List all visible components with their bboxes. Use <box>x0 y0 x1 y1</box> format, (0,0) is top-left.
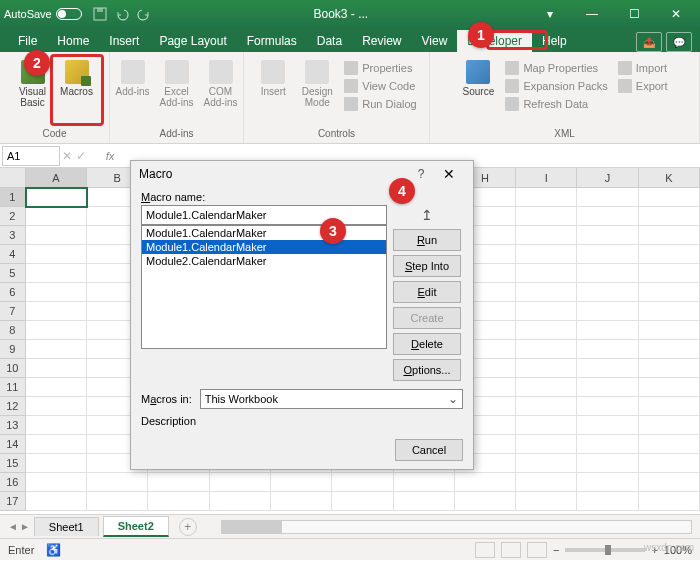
create-button[interactable]: Create <box>393 307 461 329</box>
cell[interactable] <box>577 302 638 321</box>
sheet-tab-sheet2[interactable]: Sheet2 <box>103 516 169 537</box>
cell[interactable] <box>26 416 87 435</box>
delete-button[interactable]: Delete <box>393 333 461 355</box>
cell[interactable] <box>516 378 577 397</box>
expansion-packs-button[interactable]: Expansion Packs <box>501 78 611 94</box>
cell[interactable] <box>639 226 700 245</box>
cell[interactable] <box>577 264 638 283</box>
sheet-next-icon[interactable]: ► <box>20 521 30 532</box>
cell[interactable] <box>639 321 700 340</box>
cell[interactable] <box>26 473 87 492</box>
col-header[interactable]: A <box>26 168 87 187</box>
cell[interactable] <box>26 188 87 207</box>
cell[interactable] <box>332 492 393 511</box>
macro-item-selected[interactable]: Module1.CalendarMaker <box>142 240 386 254</box>
cell[interactable] <box>26 359 87 378</box>
cell[interactable] <box>394 492 455 511</box>
macro-name-input[interactable] <box>141 205 387 225</box>
row-header[interactable]: 13 <box>0 416 26 435</box>
cell[interactable] <box>26 245 87 264</box>
step-into-button[interactable]: Step Into <box>393 255 461 277</box>
cell[interactable] <box>210 492 271 511</box>
zoom-out-icon[interactable]: − <box>553 544 559 556</box>
select-all-corner[interactable] <box>0 168 26 187</box>
import-button[interactable]: Import <box>614 60 672 76</box>
cell[interactable] <box>577 245 638 264</box>
cell[interactable] <box>26 454 87 473</box>
cell[interactable] <box>577 473 638 492</box>
view-normal-icon[interactable] <box>475 542 495 558</box>
cell[interactable] <box>516 207 577 226</box>
cell[interactable] <box>148 492 209 511</box>
cell[interactable] <box>639 302 700 321</box>
insert-control-button[interactable]: Insert <box>252 58 294 99</box>
cell[interactable] <box>516 283 577 302</box>
cell[interactable] <box>577 435 638 454</box>
close-icon[interactable]: ✕ <box>656 2 696 26</box>
row-header[interactable]: 11 <box>0 378 26 397</box>
share-icon[interactable]: 📤 <box>636 32 662 52</box>
cell[interactable] <box>639 188 700 207</box>
cell[interactable] <box>577 454 638 473</box>
cell[interactable] <box>577 416 638 435</box>
cell[interactable] <box>639 245 700 264</box>
cell[interactable] <box>516 226 577 245</box>
dialog-help-icon[interactable]: ? <box>409 167 433 181</box>
cell[interactable] <box>577 340 638 359</box>
cell[interactable] <box>271 473 332 492</box>
macro-list[interactable]: Module1.CalendarMaker Module1.CalendarMa… <box>141 225 387 349</box>
cancel-button[interactable]: Cancel <box>395 439 463 461</box>
com-addins-button[interactable]: COM Add-ins <box>200 58 242 110</box>
minimize-icon[interactable]: — <box>572 2 612 26</box>
cell[interactable] <box>577 188 638 207</box>
view-code-button[interactable]: View Code <box>340 78 420 94</box>
cell[interactable] <box>639 359 700 378</box>
cell[interactable] <box>639 264 700 283</box>
cell[interactable] <box>577 359 638 378</box>
cell[interactable] <box>639 340 700 359</box>
row-header[interactable]: 7 <box>0 302 26 321</box>
cell[interactable] <box>87 473 148 492</box>
tab-review[interactable]: Review <box>352 30 411 52</box>
cell[interactable] <box>639 207 700 226</box>
horizontal-scrollbar[interactable] <box>221 520 692 534</box>
cell[interactable] <box>455 492 516 511</box>
tab-view[interactable]: View <box>412 30 458 52</box>
cell[interactable] <box>455 473 516 492</box>
row-header[interactable]: 6 <box>0 283 26 302</box>
export-button[interactable]: Export <box>614 78 672 94</box>
redo-icon[interactable] <box>136 6 152 22</box>
row-header[interactable]: 8 <box>0 321 26 340</box>
tab-data[interactable]: Data <box>307 30 352 52</box>
cell[interactable] <box>516 340 577 359</box>
run-button[interactable]: Run <box>393 229 461 251</box>
tab-page-layout[interactable]: Page Layout <box>149 30 236 52</box>
toggle-off-icon[interactable] <box>56 8 82 20</box>
cell[interactable] <box>394 473 455 492</box>
properties-button[interactable]: Properties <box>340 60 420 76</box>
map-properties-button[interactable]: Map Properties <box>501 60 611 76</box>
cell[interactable] <box>26 207 87 226</box>
cell[interactable] <box>26 492 87 511</box>
cell[interactable] <box>516 302 577 321</box>
source-button[interactable]: Source <box>457 58 499 99</box>
cell[interactable] <box>639 454 700 473</box>
cell[interactable] <box>516 245 577 264</box>
row-header[interactable]: 12 <box>0 397 26 416</box>
fx-icon[interactable]: fx <box>100 150 120 162</box>
cell[interactable] <box>26 378 87 397</box>
cell[interactable] <box>26 302 87 321</box>
row-header[interactable]: 14 <box>0 435 26 454</box>
dialog-close-icon[interactable]: ✕ <box>433 166 465 182</box>
cell[interactable] <box>639 473 700 492</box>
add-sheet-icon[interactable]: + <box>179 518 197 536</box>
zoom-slider[interactable] <box>565 548 645 552</box>
row-header[interactable]: 17 <box>0 492 26 511</box>
macro-item[interactable]: Module2.CalendarMaker <box>142 254 386 268</box>
cell[interactable] <box>639 378 700 397</box>
cell[interactable] <box>516 321 577 340</box>
enter-formula-icon[interactable]: ✓ <box>74 149 88 163</box>
addins-button[interactable]: Add-ins <box>112 58 154 99</box>
cell[interactable] <box>26 226 87 245</box>
run-dialog-button[interactable]: Run Dialog <box>340 96 420 112</box>
